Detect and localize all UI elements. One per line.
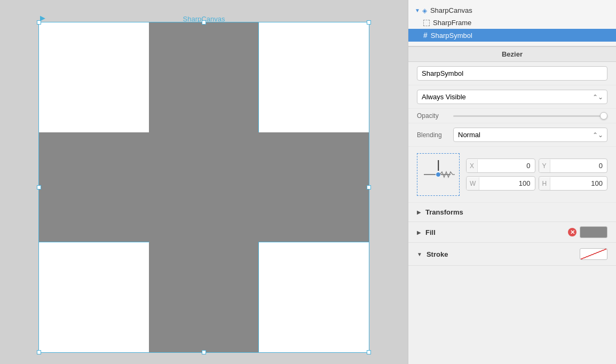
xywh-grid: X 0 Y 0 W 100 H 100 [466,159,607,191]
handle-ml[interactable] [37,185,41,189]
cell-10 [39,132,149,242]
tree-item-sharp-symbol[interactable]: # SharpSymbol [408,29,616,42]
tree-label-symbol: SharpSymbol [431,31,472,39]
transform-area: X 0 Y 0 W 100 H 100 [408,147,616,203]
cell-02 [259,22,369,132]
handle-tc[interactable] [202,20,206,25]
cell-21 [149,242,259,352]
y-value: 0 [550,159,607,172]
h-value: 100 [550,177,607,190]
blending-label: Blending [417,131,449,139]
handle-bc[interactable] [202,350,206,354]
stroke-color-swatch[interactable] [580,248,607,260]
tree-label-frame: SharpFrame [433,19,471,27]
handle-br[interactable] [367,350,371,354]
name-row [408,62,616,85]
hash-symbol [39,22,369,352]
stroke-arrow-icon: ▼ [417,251,422,257]
bezier-title: Bezier [502,50,523,58]
fill-title: Fill [425,228,568,236]
w-label: W [467,177,479,190]
transforms-section-header[interactable]: ▶ Transforms [408,203,616,222]
fill-controls: ✕ [568,226,607,238]
cursor-v-line [438,160,439,171]
tree-item-sharp-canvas[interactable]: ▼ ◈ SharpCanvas [408,4,616,17]
fill-section-header[interactable]: ▶ Fill ✕ [408,222,616,243]
props-section: Bezier Always Visible Hidden Visible ⌃⌄ … [408,46,616,266]
tree-section: ▼ ◈ SharpCanvas SharpFrame # SharpSymbol [408,0,616,46]
cell-01 [149,22,259,132]
tree-label-canvas: SharpCanvas [430,6,472,14]
section-header-bezier: Bezier [408,46,616,62]
name-input[interactable] [417,66,607,81]
cell-20 [39,242,149,352]
h-field[interactable]: H 100 [539,176,608,191]
opacity-slider[interactable] [453,115,607,117]
cell-22 [259,242,369,352]
transforms-arrow-icon: ▶ [417,209,421,215]
y-field[interactable]: Y 0 [539,159,608,173]
cell-00 [39,22,149,132]
zigzag-icon [440,171,455,178]
canvas-wrapper: ▶ [38,22,369,353]
w-value: 100 [479,177,534,190]
blending-row: Blending Normal Multiply Screen Overlay … [408,123,616,147]
handle-bl[interactable] [37,350,41,354]
fill-arrow-icon: ▶ [417,230,421,235]
frame-icon [423,20,430,26]
x-label: X [467,160,478,172]
right-panel: ▼ ◈ SharpCanvas SharpFrame # SharpSymbol… [408,0,616,364]
canvas-arrow-indicator: ▶ [40,14,45,22]
visibility-row: Always Visible Hidden Visible ⌃⌄ [408,85,616,109]
tree-arrow-canvas: ▼ [415,7,420,13]
x-value: 0 [478,159,534,172]
canvas-icon: ◈ [422,7,427,14]
fill-remove-button[interactable]: ✕ [568,228,576,236]
cell-12 [259,132,369,242]
w-field[interactable]: W 100 [466,176,535,191]
opacity-label: Opacity [417,112,449,120]
fill-color-swatch[interactable] [580,226,607,238]
opacity-row: Opacity [408,109,616,123]
stroke-title: Stroke [427,250,580,258]
tree-item-sharp-frame[interactable]: SharpFrame [408,17,616,29]
transforms-title: Transforms [425,208,463,216]
blending-select-wrapper: Normal Multiply Screen Overlay ⌃⌄ [453,128,607,142]
blending-select[interactable]: Normal Multiply Screen Overlay [453,128,607,142]
visibility-select-wrapper: Always Visible Hidden Visible ⌃⌄ [417,90,607,104]
handle-tr[interactable] [367,20,371,25]
handle-mr[interactable] [367,185,371,189]
y-label: Y [539,160,550,172]
transform-widget [417,153,460,196]
visibility-select[interactable]: Always Visible Hidden Visible [417,90,607,104]
stroke-section-header[interactable]: ▼ Stroke [408,243,616,266]
cell-11 [149,132,259,242]
h-label: H [539,177,551,190]
canvas-area: SharpCanvas ▶ [0,0,408,364]
x-field[interactable]: X 0 [466,159,535,173]
symbol-icon: # [423,31,428,39]
